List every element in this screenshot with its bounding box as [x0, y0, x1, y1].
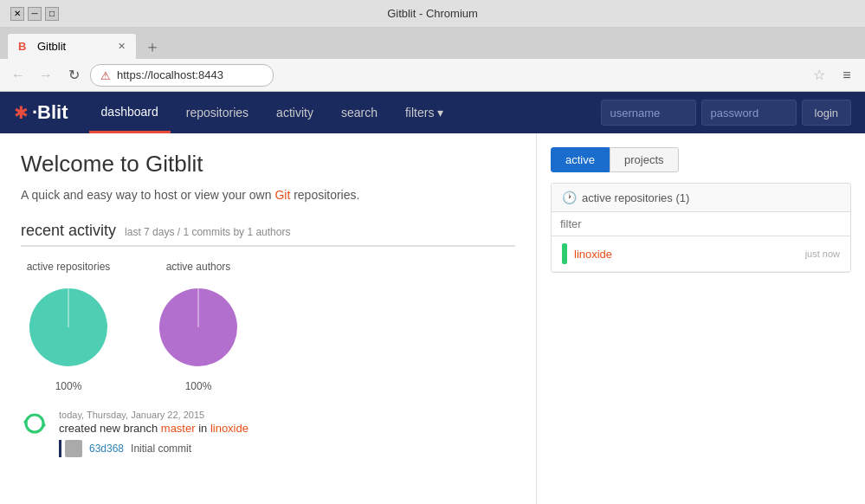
browser-menu-btn[interactable]: ≡: [836, 64, 858, 87]
repos-header-text: active repositories (1): [582, 191, 689, 204]
app-logo: ✱ ·Blit: [14, 101, 68, 124]
window-minimize-btn[interactable]: ─: [28, 7, 42, 21]
activity-entry: today, Thursday, January 22, 2015 create…: [21, 410, 515, 457]
nav-activity[interactable]: activity: [264, 94, 326, 132]
authors-pie-chart: [151, 280, 246, 375]
page-subtitle: A quick and easy way to host or view you…: [21, 186, 515, 204]
repos-pie-pct: 100%: [55, 380, 82, 392]
commit-message: Initial commit: [131, 443, 191, 455]
bookmark-btn[interactable]: ☆: [808, 64, 830, 87]
right-panel: active projects 🕐 active repositories (1…: [536, 133, 865, 504]
left-panel: Welcome to Gitblit A quick and easy way …: [0, 133, 536, 504]
commit-row: 63d368 Initial commit: [59, 440, 249, 457]
logo-text: ·Blit: [32, 101, 68, 124]
password-input[interactable]: [701, 100, 797, 126]
active-authors-chart: active authors 100%: [151, 261, 246, 392]
commit-avatar: [65, 440, 82, 457]
tab-buttons: active projects: [551, 147, 851, 172]
username-input[interactable]: [601, 100, 696, 126]
window-close-btn[interactable]: ✕: [10, 7, 24, 21]
repos-panel: 🕐 active repositories (1) linoxide just …: [551, 183, 851, 273]
activity-text: created new branch master in linoxide: [59, 422, 249, 435]
recent-activity-header: recent activity last 7 days / 1 commits …: [21, 222, 515, 247]
browser-tab[interactable]: B Gitblit ✕: [7, 33, 137, 59]
git-link[interactable]: Git: [274, 188, 290, 202]
nav-dashboard[interactable]: dashboard: [89, 93, 171, 133]
tab-projects[interactable]: projects: [610, 147, 679, 172]
nav-filters[interactable]: filters ▾: [393, 94, 455, 132]
url-input[interactable]: [90, 64, 274, 87]
refresh-btn[interactable]: ↻: [62, 64, 85, 87]
recent-activity-title: recent activity: [21, 222, 116, 240]
chart-label-repos: active repositories: [27, 261, 111, 273]
security-warning-icon: ⚠: [100, 68, 111, 81]
activity-content: today, Thursday, January 22, 2015 create…: [59, 410, 249, 457]
activity-date: today, Thursday, January 22, 2015: [59, 410, 249, 420]
logo-icon: ✱: [14, 102, 29, 123]
tab-close-btn[interactable]: ✕: [118, 41, 126, 52]
repos-header: 🕐 active repositories (1): [552, 184, 850, 212]
window-maximize-btn[interactable]: □: [45, 7, 59, 21]
recent-activity-meta: last 7 days / 1 commits by 1 authors: [125, 226, 290, 238]
repo-name-link[interactable]: linoxide: [574, 248, 612, 261]
title-bar: ✕ ─ □ Gitblit - Chromium: [0, 0, 865, 28]
page-title: Welcome to Gitblit: [21, 151, 515, 178]
tab-bar: B Gitblit ✕ ＋: [0, 28, 865, 59]
commit-hash[interactable]: 63d368: [89, 443, 124, 455]
forward-btn[interactable]: →: [35, 64, 57, 87]
auth-area: login: [601, 100, 851, 126]
back-btn[interactable]: ←: [7, 64, 29, 87]
window-title: Gitblit - Chromium: [62, 7, 803, 20]
address-bar: ← → ↻ ⚠ ☆ ≡: [0, 59, 865, 92]
clock-icon: 🕐: [562, 191, 577, 204]
login-btn[interactable]: login: [802, 100, 851, 126]
authors-pie-pct: 100%: [185, 380, 212, 392]
main-content: Welcome to Gitblit A quick and easy way …: [0, 133, 865, 504]
repos-pie-chart: [21, 280, 116, 375]
app-navbar: ✱ ·Blit dashboard repositories activity …: [0, 92, 865, 133]
charts-row: active repositories 100% active authors …: [21, 261, 515, 392]
repo-status-indicator: [562, 243, 567, 264]
nav-search[interactable]: search: [329, 94, 390, 132]
chart-label-authors: active authors: [166, 261, 231, 273]
active-repos-chart: active repositories 100%: [21, 261, 116, 392]
tab-label: Gitblit: [37, 40, 66, 53]
repo-time: just now: [805, 249, 840, 259]
branch-link[interactable]: master: [161, 422, 196, 435]
activity-sync-icon: [21, 410, 48, 437]
nav-links: dashboard repositories activity search f…: [89, 93, 601, 133]
filter-input[interactable]: [552, 212, 850, 236]
tab-active[interactable]: active: [551, 147, 610, 172]
repo-link[interactable]: linoxide: [210, 422, 249, 435]
nav-repositories[interactable]: repositories: [174, 94, 261, 132]
new-tab-btn[interactable]: ＋: [140, 35, 165, 59]
repo-item: linoxide just now: [552, 236, 850, 272]
tab-favicon: B: [18, 40, 32, 54]
